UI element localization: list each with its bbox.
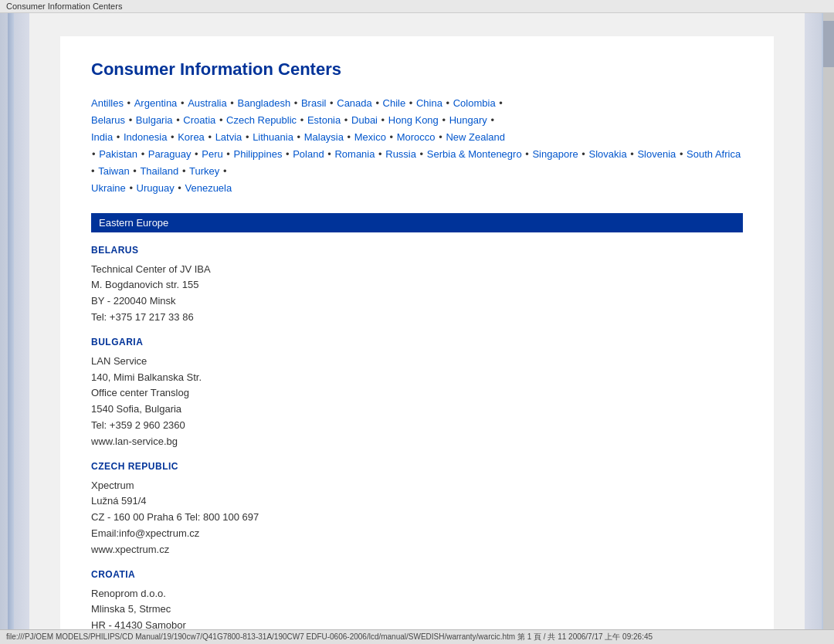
nav-link-canada[interactable]: Canada bbox=[337, 97, 372, 109]
title-bar: Consumer Information Centers bbox=[0, 0, 834, 13]
scrollbar-thumb[interactable] bbox=[823, 21, 834, 67]
nav-link-korea[interactable]: Korea bbox=[178, 131, 205, 143]
nav-link-serbia[interactable]: Serbia & Montenegro bbox=[427, 148, 522, 160]
nav-link-pakistan[interactable]: Pakistan bbox=[99, 148, 137, 160]
nav-link-hungary[interactable]: Hungary bbox=[449, 114, 487, 126]
content-area: Consumer Information Centers Antilles • … bbox=[29, 13, 805, 629]
nav-link-poland[interactable]: Poland bbox=[293, 148, 324, 160]
nav-link-uruguay[interactable]: Uruguay bbox=[137, 182, 175, 194]
main-layout: Consumer Information Centers Antilles • … bbox=[0, 13, 834, 629]
nav-link-philippines[interactable]: Philippines bbox=[234, 148, 283, 160]
status-bar-text: file:///PJ/OEM MODELS/PHILIPS/CD Manual/… bbox=[6, 632, 653, 641]
nav-link-antilles[interactable]: Antilles bbox=[91, 97, 124, 109]
nav-link-singapore[interactable]: Singapore bbox=[532, 148, 578, 160]
nav-link-ukraine[interactable]: Ukraine bbox=[91, 182, 126, 194]
nav-link-colombia[interactable]: Colombia bbox=[453, 97, 496, 109]
right-sidebar bbox=[805, 13, 834, 629]
nav-link-australia[interactable]: Australia bbox=[188, 97, 227, 109]
status-bar: file:///PJ/OEM MODELS/PHILIPS/CD Manual/… bbox=[0, 629, 834, 644]
section-header: Eastern Europe bbox=[91, 213, 743, 232]
nav-link-venezuela[interactable]: Venezuela bbox=[185, 182, 232, 194]
country-info-czech-republic: Xpectrum Lužná 591/4 CZ - 160 00 Praha 6… bbox=[91, 478, 743, 558]
nav-link-croatia[interactable]: Croatia bbox=[183, 114, 215, 126]
nav-link-bangladesh[interactable]: Bangladesh bbox=[238, 97, 291, 109]
country-section-belarus: BELARUS Technical Center of JV IBA M. Bo… bbox=[91, 245, 743, 326]
country-section-czech-republic: CZECH REPUBLIC Xpectrum Lužná 591/4 CZ -… bbox=[91, 461, 743, 558]
nav-link-mexico[interactable]: Mexico bbox=[354, 131, 386, 143]
country-heading-croatia: CROATIA bbox=[91, 569, 743, 580]
nav-link-czech-republic[interactable]: Czech Republic bbox=[226, 114, 297, 126]
nav-links: Antilles • Argentina • Australia • Bangl… bbox=[91, 95, 743, 198]
nav-link-romania[interactable]: Romania bbox=[334, 148, 375, 160]
country-info-croatia: Renoprom d.o.o. Mlinska 5, Strmec HR - 4… bbox=[91, 586, 743, 629]
nav-link-indonesia[interactable]: Indonesia bbox=[124, 131, 167, 143]
nav-link-turkey[interactable]: Turkey bbox=[189, 165, 219, 177]
nav-link-chile[interactable]: Chile bbox=[383, 97, 406, 109]
country-info-belarus: Technical Center of JV IBA M. Bogdanovic… bbox=[91, 262, 743, 326]
nav-link-morocco[interactable]: Morocco bbox=[397, 131, 436, 143]
country-info-bulgaria: LAN Service 140, Mimi Balkanska Str. Off… bbox=[91, 354, 743, 450]
scrollbar[interactable] bbox=[823, 13, 834, 629]
country-section-croatia: CROATIA Renoprom d.o.o. Mlinska 5, Strme… bbox=[91, 569, 743, 629]
page-title: Consumer Information Centers bbox=[91, 59, 743, 80]
nav-link-taiwan[interactable]: Taiwan bbox=[98, 165, 129, 177]
country-heading-bulgaria: BULGARIA bbox=[91, 337, 743, 347]
nav-link-paraguay[interactable]: Paraguay bbox=[148, 148, 192, 160]
nav-link-china[interactable]: China bbox=[416, 97, 442, 109]
nav-link-india[interactable]: India bbox=[91, 131, 113, 143]
nav-link-estonia[interactable]: Estonia bbox=[307, 114, 341, 126]
country-heading-belarus: BELARUS bbox=[91, 245, 743, 256]
nav-link-south-africa[interactable]: South Africa bbox=[687, 148, 741, 160]
nav-link-peru[interactable]: Peru bbox=[202, 148, 222, 160]
nav-link-brasil[interactable]: Brasil bbox=[301, 97, 327, 109]
nav-link-slovakia[interactable]: Slovakia bbox=[588, 148, 626, 160]
nav-link-hong-kong[interactable]: Hong Kong bbox=[388, 114, 439, 126]
country-heading-czech-republic: CZECH REPUBLIC bbox=[91, 461, 743, 472]
country-section-bulgaria: BULGARIA LAN Service 140, Mimi Balkanska… bbox=[91, 337, 743, 450]
nav-link-thailand[interactable]: Thailand bbox=[140, 165, 178, 177]
nav-link-belarus[interactable]: Belarus bbox=[91, 114, 125, 126]
nav-link-russia[interactable]: Russia bbox=[385, 148, 416, 160]
left-sidebar bbox=[0, 13, 29, 629]
nav-link-latvia[interactable]: Latvia bbox=[215, 131, 242, 143]
page-content: Consumer Information Centers Antilles • … bbox=[60, 36, 774, 629]
nav-link-slovenia[interactable]: Slovenia bbox=[637, 148, 676, 160]
nav-link-bulgaria[interactable]: Bulgaria bbox=[136, 114, 173, 126]
nav-link-new-zealand[interactable]: New Zealand bbox=[446, 131, 505, 143]
left-sidebar-inner bbox=[8, 13, 14, 629]
title-bar-text: Consumer Information Centers bbox=[6, 2, 122, 11]
nav-link-malaysia[interactable]: Malaysia bbox=[304, 131, 344, 143]
nav-link-argentina[interactable]: Argentina bbox=[134, 97, 178, 109]
nav-link-lithuania[interactable]: Lithuania bbox=[253, 131, 293, 143]
nav-link-dubai[interactable]: Dubai bbox=[351, 114, 378, 126]
